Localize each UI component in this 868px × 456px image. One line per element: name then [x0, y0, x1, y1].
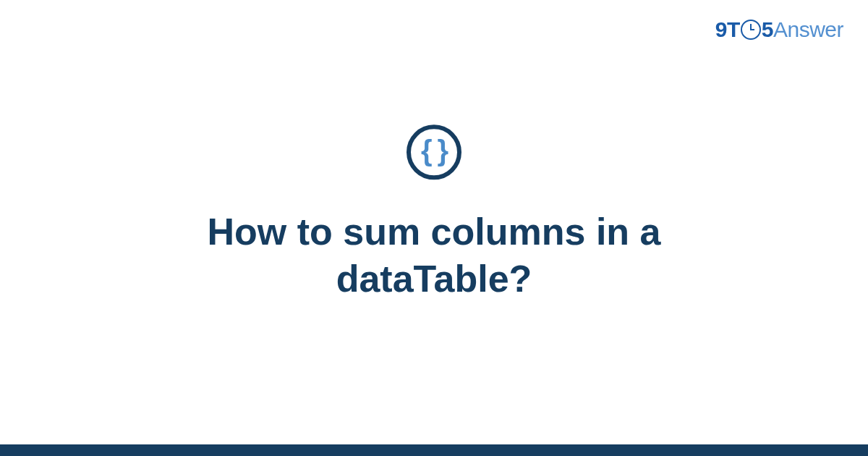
page-title: How to sum columns in a dataTable?: [109, 208, 760, 303]
logo-part-5: 5: [762, 17, 773, 42]
logo-part-answer: Answer: [773, 17, 843, 42]
clock-icon: [741, 20, 761, 40]
logo-part-T: T: [727, 17, 740, 42]
main-content: { } How to sum columns in a dataTable?: [43, 124, 825, 303]
logo-part-9: 9: [715, 17, 727, 42]
footer-bar: [0, 444, 868, 456]
topic-badge: { }: [407, 124, 461, 180]
code-braces-icon: { }: [421, 136, 447, 165]
site-logo: 9 T 5 Answer: [715, 17, 843, 42]
